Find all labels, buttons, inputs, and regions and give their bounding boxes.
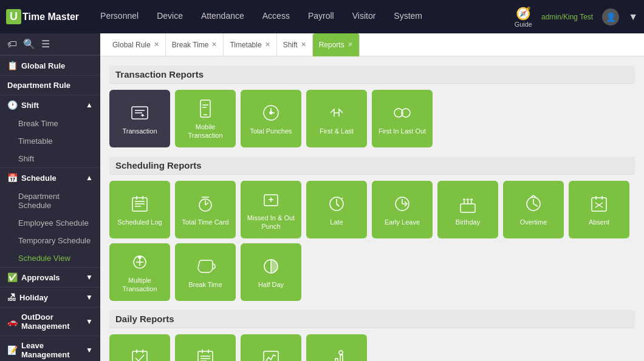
app-logo[interactable]: U Time Master bbox=[6, 9, 79, 24]
search-icon[interactable]: 🔍 bbox=[23, 38, 35, 50]
sidebar-item-employee-schedule[interactable]: Employee Schedule bbox=[0, 214, 100, 232]
transaction-icon bbox=[129, 102, 151, 124]
first-last-icon bbox=[326, 102, 348, 124]
first-in-last-out-icon bbox=[391, 102, 413, 124]
sidebar-item-approvals[interactable]: ✅ Approvals ▼ bbox=[0, 267, 100, 287]
transaction-reports-grid: Transaction Mobile Transaction bbox=[109, 90, 635, 147]
sidebar-item-outdoor-management[interactable]: 🚗 OutDoor Management ▼ bbox=[0, 307, 100, 336]
card-birthday-label: Birthday bbox=[456, 218, 480, 226]
card-missed-punch[interactable]: Missed In & Out Punch bbox=[241, 181, 301, 238]
nav-visitor[interactable]: Visitor bbox=[343, 0, 385, 33]
holiday-chevron-icon: ▼ bbox=[86, 293, 93, 302]
tab-timetable[interactable]: Timetable ✕ bbox=[224, 33, 276, 56]
svg-rect-14 bbox=[132, 198, 147, 211]
guide-icon: 🧭 bbox=[516, 6, 531, 21]
card-late[interactable]: Late bbox=[306, 181, 367, 238]
outdoor-chevron-icon: ▼ bbox=[86, 317, 93, 326]
nav-personnel[interactable]: Personnel bbox=[91, 0, 148, 33]
card-first-in-last-out[interactable]: First In Last Out bbox=[372, 90, 433, 147]
sidebar-item-department-schedule[interactable]: Department Schedule bbox=[0, 187, 100, 214]
card-total-time-card[interactable]: Total Time Card bbox=[175, 181, 236, 238]
card-late-label: Late bbox=[330, 218, 343, 226]
card-transaction[interactable]: Transaction bbox=[109, 90, 170, 147]
sidebar-item-leave-management[interactable]: 📝 Leave Management ▼ bbox=[0, 336, 100, 361]
scheduling-reports-grid: Scheduled Log Total Time Card bbox=[109, 181, 635, 301]
list-icon[interactable]: ☰ bbox=[41, 38, 50, 50]
sidebar-item-shift[interactable]: Shift bbox=[0, 150, 100, 167]
sidebar-label-department-rule: Department Rule bbox=[7, 81, 70, 90]
sidebar-item-schedule-view[interactable]: Schedule View bbox=[0, 249, 100, 267]
card-first-last[interactable]: First & Last bbox=[306, 90, 367, 147]
scheduled-log-icon bbox=[129, 193, 151, 215]
guide-label: Guide bbox=[515, 21, 532, 28]
tab-shift[interactable]: Shift ✕ bbox=[277, 33, 313, 56]
card-scheduled-log[interactable]: Scheduled Log bbox=[109, 181, 170, 238]
outdoor-icon: 🚗 bbox=[7, 317, 18, 326]
tab-timetable-close[interactable]: ✕ bbox=[265, 41, 270, 49]
tab-break-time-close[interactable]: ✕ bbox=[211, 41, 217, 49]
tab-reports-close[interactable]: ✕ bbox=[348, 41, 353, 49]
card-daily-attendance[interactable]: Daily Attendance bbox=[109, 334, 170, 361]
user-info[interactable]: admin/King Test bbox=[541, 13, 593, 21]
svg-rect-64 bbox=[340, 355, 343, 361]
tag-icon[interactable]: 🏷 bbox=[7, 39, 17, 50]
sidebar-item-timetable[interactable]: Timetable bbox=[0, 132, 100, 150]
nav-payroll[interactable]: Payroll bbox=[299, 0, 343, 33]
scheduling-reports-section: Scheduling Reports Scheduled Log bbox=[109, 157, 635, 301]
svg-line-29 bbox=[337, 204, 339, 206]
nav-attendance[interactable]: Attendance bbox=[192, 0, 253, 33]
sidebar-item-department-rule[interactable]: Department Rule bbox=[0, 75, 100, 95]
holiday-icon: 🏖 bbox=[7, 292, 16, 302]
sidebar-item-shift[interactable]: 🕐 Shift ▲ bbox=[0, 95, 100, 115]
tab-shift-close[interactable]: ✕ bbox=[301, 41, 306, 49]
svg-rect-41 bbox=[592, 198, 606, 211]
total-punches-icon bbox=[260, 102, 282, 124]
card-daily-details[interactable]: Daily Details bbox=[175, 334, 236, 361]
svg-rect-34 bbox=[461, 204, 475, 212]
approvals-chevron-icon: ▼ bbox=[86, 273, 93, 282]
card-multiple-transaction[interactable]: Multiple Transaction bbox=[109, 243, 170, 301]
card-daily-status[interactable]: Daily Status bbox=[306, 334, 367, 361]
sidebar-item-holiday[interactable]: 🏖 Holiday ▼ bbox=[0, 287, 100, 307]
card-early-leave[interactable]: Early Leave bbox=[372, 181, 433, 238]
nav-right: 🧭 Guide admin/King Test 👤 ▼ bbox=[515, 6, 638, 28]
card-total-punches-label: Total Punches bbox=[250, 127, 292, 135]
sidebar-item-global-rule[interactable]: 📋 Global Rule bbox=[0, 55, 100, 75]
card-half-day[interactable]: Half Day bbox=[241, 243, 301, 301]
card-mobile-transaction[interactable]: Mobile Transaction bbox=[175, 90, 236, 147]
mobile-transaction-icon bbox=[194, 98, 216, 120]
nav-access[interactable]: Access bbox=[253, 0, 299, 33]
tab-global-rule-label: Global Rule bbox=[112, 41, 151, 49]
sidebar-label-shift: Shift bbox=[21, 101, 39, 110]
tab-reports-label: Reports bbox=[319, 41, 344, 49]
card-overtime[interactable]: Overtime bbox=[503, 181, 564, 238]
svg-point-10 bbox=[270, 112, 272, 114]
card-absent[interactable]: Absent bbox=[569, 181, 629, 238]
nav-system[interactable]: System bbox=[385, 0, 431, 33]
guide-button[interactable]: 🧭 Guide bbox=[515, 6, 532, 28]
card-break-time-label: Break Time bbox=[188, 281, 222, 289]
card-daily-summary[interactable]: Daily Summary bbox=[241, 334, 301, 361]
card-transaction-label: Transaction bbox=[122, 127, 157, 135]
sidebar-item-temporary-schedule[interactable]: Temporary Schedule bbox=[0, 232, 100, 249]
transaction-reports-title: Transaction Reports bbox=[109, 66, 635, 84]
card-birthday[interactable]: Birthday bbox=[437, 181, 498, 238]
sidebar-item-schedule[interactable]: 📅 Schedule ▲ bbox=[0, 167, 100, 187]
daily-summary-icon bbox=[260, 346, 282, 361]
card-break-time[interactable]: Break Time bbox=[175, 243, 236, 301]
tab-global-rule-close[interactable]: ✕ bbox=[154, 41, 159, 49]
tab-global-rule[interactable]: Global Rule ✕ bbox=[106, 33, 166, 56]
card-multiple-transaction-label: Multiple Transaction bbox=[112, 277, 167, 292]
dropdown-arrow-icon[interactable]: ▼ bbox=[628, 12, 638, 22]
tab-reports[interactable]: Reports ✕ bbox=[313, 33, 360, 56]
card-total-punches[interactable]: Total Punches bbox=[241, 90, 301, 147]
sidebar-item-break-time[interactable]: Break Time bbox=[0, 115, 100, 132]
tab-break-time[interactable]: Break Time ✕ bbox=[166, 33, 224, 56]
card-half-day-label: Half Day bbox=[258, 281, 284, 289]
card-total-time-card-label: Total Time Card bbox=[182, 218, 228, 226]
sidebar-label-schedule: Schedule bbox=[21, 174, 57, 183]
nav-device[interactable]: Device bbox=[148, 0, 192, 33]
user-avatar[interactable]: 👤 bbox=[602, 8, 619, 25]
shift-chevron-icon: ▲ bbox=[86, 101, 93, 109]
schedule-icon: 📅 bbox=[7, 173, 18, 183]
